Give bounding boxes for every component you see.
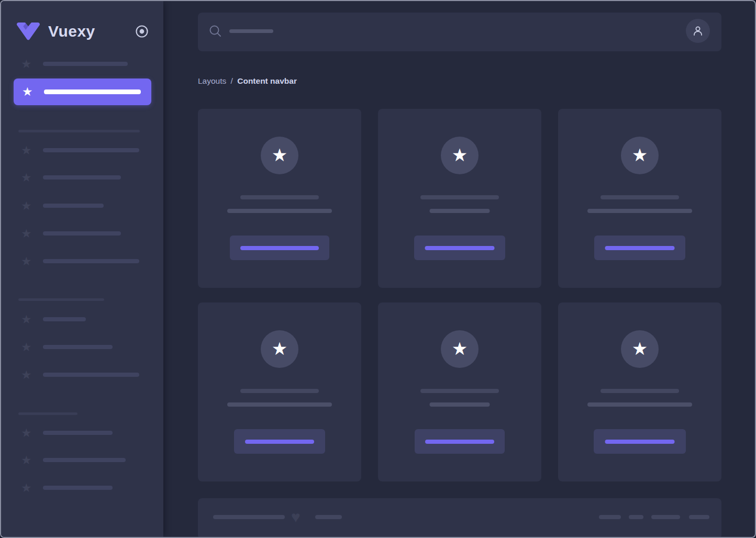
card-action-button[interactable] — [234, 429, 325, 454]
skeleton-text-bar — [587, 209, 692, 213]
star-icon: ★ — [21, 255, 35, 267]
star-icon: ★ — [21, 454, 35, 466]
breadcrumb: Layouts / Content navbar — [198, 76, 297, 86]
skeleton-text-bar — [430, 209, 490, 213]
star-icon: ★ — [21, 369, 35, 381]
search-icon — [209, 25, 222, 38]
card: ★ — [198, 109, 361, 288]
sidebar-section-divider — [18, 412, 77, 415]
star-icon: ★ — [21, 341, 35, 353]
button-label-bar — [425, 440, 494, 444]
card-avatar: ★ — [621, 137, 659, 174]
skeleton-label-bar — [43, 175, 121, 180]
card-avatar: ★ — [261, 137, 298, 174]
card-action-button[interactable] — [414, 236, 505, 260]
card: ★ — [378, 109, 541, 288]
sidebar-item[interactable]: ★ — [1, 452, 163, 468]
skeleton-label-bar — [43, 317, 86, 321]
star-icon: ★ — [21, 313, 35, 326]
star-icon: ★ — [632, 146, 648, 164]
search-input[interactable] — [198, 13, 512, 51]
sidebar-item[interactable]: ★ — [1, 366, 163, 383]
button-label-bar — [605, 246, 675, 250]
sidebar-item[interactable]: ★ — [1, 424, 163, 441]
star-icon: ★ — [21, 482, 35, 494]
skeleton-label-bar — [43, 373, 139, 377]
star-icon: ★ — [632, 340, 648, 357]
sidebar-section-divider — [18, 298, 104, 301]
star-icon: ★ — [21, 172, 35, 184]
skeleton-text-bar — [227, 402, 332, 407]
footer: ♥ — [198, 498, 721, 538]
card-avatar: ★ — [441, 330, 479, 368]
skeleton-footer-link-bar — [599, 515, 621, 519]
sidebar-section-divider — [18, 130, 140, 132]
sidebar: Vuexy ★ ★ ★ ★ ★ — [1, 1, 163, 537]
skeleton-footer-link-bar — [689, 515, 709, 519]
skeleton-footer-bar — [213, 515, 285, 519]
card-action-button[interactable] — [230, 236, 329, 260]
skeleton-label-bar — [43, 259, 139, 263]
sidebar-item[interactable]: ★ — [1, 311, 163, 328]
card: ★ — [558, 302, 721, 481]
sidebar-item[interactable]: ★ — [1, 253, 163, 270]
card-grid: ★ ★ ★ ★ — [198, 109, 721, 481]
card: ★ — [558, 109, 721, 288]
sidebar-item[interactable]: ★ — [1, 55, 163, 72]
star-icon: ★ — [21, 427, 35, 439]
star-icon: ★ — [452, 146, 468, 164]
skeleton-text-bar — [227, 209, 332, 213]
card: ★ — [198, 302, 361, 481]
skeleton-footer-bar — [315, 515, 342, 519]
logo[interactable]: Vuexy — [16, 20, 151, 43]
breadcrumb-parent-link[interactable]: Layouts — [198, 76, 226, 85]
card-action-button[interactable] — [415, 429, 505, 454]
button-label-bar — [425, 246, 495, 250]
skeleton-title-bar — [420, 195, 499, 199]
card-avatar: ★ — [261, 330, 298, 368]
sidebar-item[interactable]: ★ — [1, 197, 163, 214]
sidebar-pin-toggle-icon[interactable] — [135, 25, 149, 38]
skeleton-search-placeholder-bar — [229, 29, 273, 33]
card: ★ — [378, 302, 541, 481]
vuexy-logo-icon — [16, 23, 41, 40]
skeleton-label-bar — [43, 204, 104, 208]
card-avatar: ★ — [621, 330, 659, 368]
skeleton-title-bar — [420, 389, 499, 393]
skeleton-label-bar — [44, 89, 141, 94]
star-icon: ★ — [452, 340, 468, 357]
skeleton-title-bar — [240, 389, 319, 393]
star-icon: ★ — [21, 58, 35, 70]
sidebar-item-active[interactable]: ★ — [14, 79, 151, 105]
sidebar-item[interactable]: ★ — [1, 479, 163, 496]
app-frame: Vuexy ★ ★ ★ ★ ★ — [0, 0, 756, 538]
breadcrumb-separator: / — [231, 76, 233, 85]
card-action-button[interactable] — [594, 236, 685, 260]
skeleton-title-bar — [601, 195, 679, 199]
skeleton-label-bar — [43, 345, 113, 349]
skeleton-footer-link-bar — [651, 515, 680, 519]
card-avatar: ★ — [441, 137, 479, 174]
star-icon: ★ — [21, 228, 35, 240]
skeleton-label-bar — [43, 431, 113, 435]
skeleton-text-bar — [587, 402, 692, 407]
person-icon — [692, 25, 704, 37]
top-navbar — [198, 13, 721, 51]
card-action-button[interactable] — [594, 429, 686, 454]
skeleton-footer-link-bar — [629, 515, 643, 519]
user-avatar[interactable] — [686, 19, 710, 43]
button-label-bar — [245, 440, 314, 444]
skeleton-label-bar — [43, 486, 113, 490]
app-title: Vuexy — [48, 23, 95, 40]
sidebar-item[interactable]: ★ — [1, 339, 163, 355]
star-icon: ★ — [21, 200, 35, 212]
sidebar-item[interactable]: ★ — [1, 169, 163, 186]
star-icon: ★ — [272, 340, 287, 357]
skeleton-label-bar — [43, 148, 139, 152]
heart-icon: ♥ — [291, 509, 301, 525]
sidebar-item[interactable]: ★ — [1, 225, 163, 242]
main-content: Layouts / Content navbar ★ ★ ★ — [163, 1, 755, 537]
skeleton-title-bar — [601, 389, 679, 393]
button-label-bar — [605, 440, 675, 444]
sidebar-item[interactable]: ★ — [1, 142, 163, 159]
